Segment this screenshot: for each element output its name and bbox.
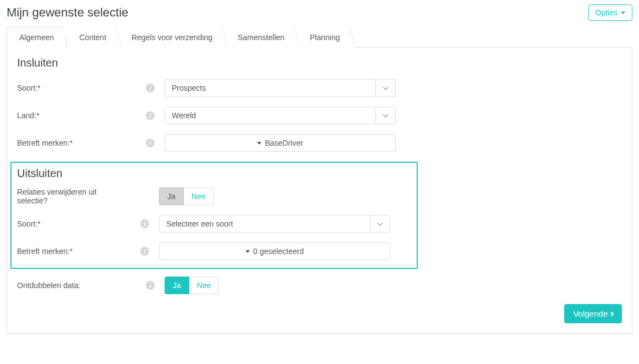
label-land: Land:* <box>17 111 39 120</box>
section-uitsluiten: Uitsluiten Relaties verwijderen uit sele… <box>10 162 418 269</box>
tab-planning[interactable]: Planning <box>294 27 356 48</box>
multiselect-merken[interactable]: BaseDriver <box>165 134 396 152</box>
toggle-ontdubbelen-nee[interactable]: Nee <box>189 277 220 294</box>
caret-down-icon <box>245 250 250 253</box>
label-ontdubbelen: Ontdubbelen data: <box>17 281 80 290</box>
section-insluiten-title: Insluiten <box>17 57 622 69</box>
info-icon[interactable]: i <box>140 247 149 256</box>
chevron-down-icon <box>378 220 383 226</box>
info-icon[interactable]: i <box>146 84 155 92</box>
options-label: Opties <box>596 8 618 17</box>
chevron-down-icon <box>383 112 389 118</box>
info-icon[interactable]: i <box>146 111 155 120</box>
label-uitsluiten-merken: Betreft merken:* <box>17 247 73 256</box>
multiselect-uitsluiten-merken[interactable]: 0 geselecteerd <box>159 242 390 260</box>
caret-down-icon <box>621 12 625 14</box>
label-uitsluiten-soort: Soort:* <box>17 219 41 228</box>
tabs: Algemeen Content Regels voor verzending … <box>7 26 632 48</box>
info-icon[interactable]: i <box>146 139 155 147</box>
info-icon[interactable]: i <box>146 281 155 290</box>
page-title: Mijn gewenste selectie <box>7 5 128 20</box>
chevron-down-icon <box>383 85 389 90</box>
label-relaties: Relaties verwijderen uit selectie? <box>17 187 122 205</box>
tab-samenstellen[interactable]: Samenstellen <box>222 27 300 48</box>
caret-down-icon <box>257 142 261 145</box>
tab-content[interactable]: Content <box>64 27 122 48</box>
panel-algemeen: Insluiten Soort:* i Prospects Land:* i W… <box>7 48 632 334</box>
label-soort: Soort:* <box>17 84 41 92</box>
next-button[interactable]: Volgende <box>564 304 622 323</box>
toggle-relaties-ja[interactable]: Ja <box>159 187 184 205</box>
select-land[interactable]: Wereld <box>165 107 396 124</box>
section-uitsluiten-title: Uitsluiten <box>17 167 411 180</box>
info-icon[interactable]: i <box>140 219 149 228</box>
select-soort[interactable]: Prospects <box>165 79 396 97</box>
select-uitsluiten-soort[interactable]: Selecteer een soort <box>159 215 390 233</box>
toggle-relaties-nee[interactable]: Nee <box>184 187 214 205</box>
options-button[interactable]: Opties <box>588 4 632 21</box>
tab-regels[interactable]: Regels voor verzending <box>116 27 228 48</box>
chevron-right-icon <box>609 311 614 316</box>
toggle-ontdubbelen-ja[interactable]: Ja <box>165 277 189 294</box>
tab-algemeen[interactable]: Algemeen <box>7 27 67 48</box>
label-merken: Betreft merken:* <box>17 139 73 147</box>
